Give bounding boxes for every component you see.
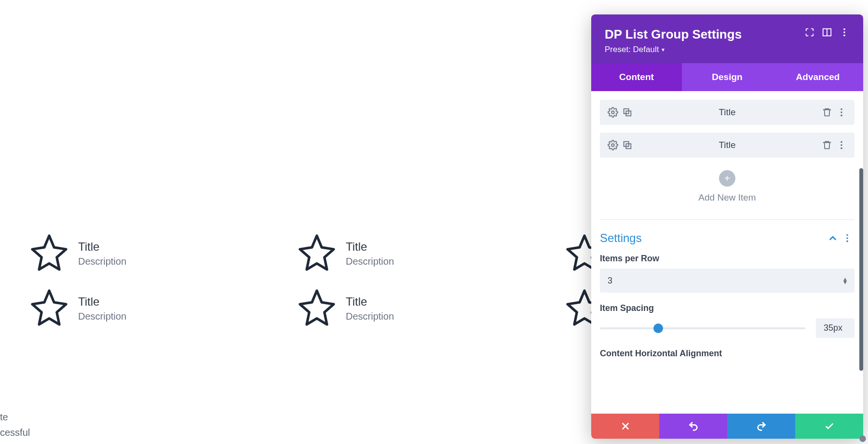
svg-point-15: [841, 144, 842, 146]
svg-point-8: [841, 108, 842, 110]
undo-button[interactable]: [659, 414, 727, 439]
items-per-row-label: Items per Row: [600, 254, 854, 264]
svg-point-2: [843, 28, 845, 30]
stray-partial-text: te cessful: [0, 409, 30, 440]
columns-icon[interactable]: [822, 27, 832, 38]
add-item-button[interactable]: +: [719, 170, 735, 187]
item-spacing-label: Item Spacing: [600, 303, 854, 313]
svg-point-16: [841, 148, 842, 149]
kebab-icon[interactable]: [836, 140, 847, 150]
tab-advanced[interactable]: Advanced: [773, 63, 863, 91]
svg-point-20: [859, 435, 866, 442]
settings-section-title: Settings: [600, 231, 826, 245]
list-item: Title Description: [29, 232, 280, 275]
kebab-icon[interactable]: [839, 27, 850, 38]
gear-icon[interactable]: [608, 107, 618, 118]
tab-design[interactable]: Design: [682, 63, 773, 91]
gear-icon[interactable]: [608, 140, 618, 150]
add-item-label: Add New Item: [600, 192, 854, 203]
close-button[interactable]: [591, 414, 659, 439]
scrollbar[interactable]: [859, 168, 863, 371]
list-item-desc: Description: [346, 256, 394, 267]
list-item-title: Title: [346, 295, 394, 309]
svg-point-4: [843, 35, 845, 37]
svg-point-5: [611, 111, 614, 114]
list-item-desc: Description: [78, 256, 126, 267]
svg-point-19: [846, 241, 848, 242]
list-item-title: Title: [78, 240, 126, 254]
list-item-row[interactable]: Title: [600, 100, 854, 125]
help-bubble-icon[interactable]: [858, 434, 867, 443]
kebab-icon[interactable]: [836, 107, 847, 118]
panel-body[interactable]: Title Title: [591, 91, 863, 414]
panel-header[interactable]: DP List Group Settings Preset: Default ▾: [591, 14, 863, 63]
item-spacing-value[interactable]: 35px: [816, 318, 854, 338]
item-spacing-slider[interactable]: [600, 323, 805, 333]
svg-point-9: [841, 111, 842, 113]
items-per-row-select[interactable]: 3 ▴▾: [600, 269, 854, 293]
duplicate-icon[interactable]: [622, 140, 633, 150]
slider-thumb[interactable]: [653, 323, 663, 333]
select-caret-icon: ▴▾: [843, 277, 847, 284]
chevron-up-icon[interactable]: [827, 233, 838, 243]
list-item: Title Description: [29, 287, 280, 330]
list-item-title: Title: [346, 240, 394, 254]
item-row-label: Title: [635, 107, 820, 118]
trash-icon[interactable]: [822, 140, 832, 150]
panel-tabs: Content Design Advanced: [591, 63, 863, 91]
items-per-row-value: 3: [608, 276, 843, 286]
star-icon: [29, 232, 69, 275]
trash-icon[interactable]: [822, 107, 832, 118]
preset-selector[interactable]: Preset: Default ▾: [605, 45, 665, 54]
settings-section-header[interactable]: Settings: [600, 231, 854, 245]
svg-point-17: [846, 234, 848, 236]
list-item-title: Title: [78, 295, 126, 309]
list-item: Title Description: [297, 287, 547, 330]
tab-content[interactable]: Content: [591, 63, 682, 91]
content-horizontal-alignment-label: Content Horizontal Alignment: [600, 349, 854, 359]
star-icon: [29, 287, 69, 330]
svg-point-3: [843, 31, 845, 33]
svg-point-11: [611, 144, 614, 147]
list-item-desc: Description: [78, 311, 126, 322]
expand-icon[interactable]: [804, 27, 815, 38]
redo-button[interactable]: [727, 414, 795, 439]
list-item-row[interactable]: Title: [600, 133, 854, 158]
caret-down-icon: ▾: [662, 46, 665, 53]
duplicate-icon[interactable]: [622, 107, 633, 118]
svg-point-14: [841, 141, 842, 143]
panel-footer: [591, 414, 863, 439]
kebab-icon[interactable]: [842, 233, 853, 243]
star-icon: [297, 232, 337, 275]
save-button[interactable]: [795, 414, 863, 439]
list-item-desc: Description: [346, 311, 394, 322]
panel-title: DP List Group Settings: [605, 27, 798, 42]
item-row-label: Title: [635, 140, 820, 150]
star-icon: [297, 287, 337, 330]
settings-panel: DP List Group Settings Preset: Default ▾…: [591, 14, 863, 439]
svg-point-10: [841, 115, 842, 117]
svg-point-18: [846, 237, 848, 239]
list-item: Title Description: [297, 232, 547, 275]
